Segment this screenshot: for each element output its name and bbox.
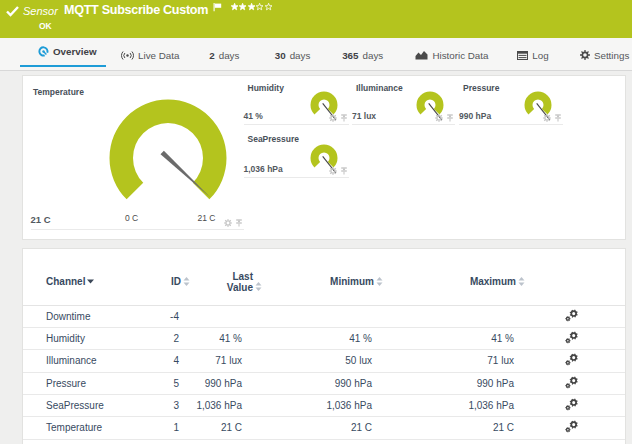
star-outline-icon[interactable] — [256, 3, 263, 11]
tab-2-days[interactable]: 2days — [209, 38, 239, 67]
header-minimum[interactable]: Minimum — [253, 249, 383, 305]
tab-label: Live Data — [138, 50, 179, 61]
cell-actions — [525, 305, 625, 327]
cell-maximum: 21 C — [383, 417, 525, 439]
table-row-seapressure[interactable]: SeaPressure 3 1,036 hPa 1,036 hPa 1,036 … — [23, 394, 625, 416]
sort-icon — [255, 282, 262, 292]
header-label: Value — [227, 282, 253, 293]
star-outline-icon[interactable] — [265, 3, 272, 11]
gauge-pin-icon[interactable] — [554, 114, 562, 122]
tab-overview[interactable]: Overview — [20, 38, 106, 67]
gauge-title: Temperature — [33, 87, 84, 97]
sensor-header-bar: Sensor MQTT Subscribe Custom OK — [0, 0, 632, 38]
gauge-pin-icon[interactable] — [340, 114, 348, 122]
cell-last-value: 1,036 hPa — [190, 394, 253, 416]
priority-stars[interactable] — [231, 3, 272, 11]
tab-label-number: 365 — [342, 50, 358, 61]
header-id[interactable]: ID — [150, 249, 190, 305]
tab-30-days[interactable]: 30days — [275, 38, 311, 67]
cell-actions — [525, 350, 625, 372]
cell-minimum: 21 C — [253, 417, 383, 439]
gauge-icon — [38, 46, 49, 57]
header-maximum[interactable]: Maximum — [383, 249, 525, 305]
gauge-block-seapressure: SeaPressure 1,036 hPa — [244, 132, 350, 178]
channel-settings-icon[interactable] — [565, 420, 579, 433]
tab-settings[interactable]: Settings — [580, 38, 629, 67]
gauge-pin-icon[interactable] — [340, 167, 348, 175]
gauge-pin-icon[interactable] — [235, 219, 243, 227]
table-header-row: Channel ID Last Value Minimum Maxi — [23, 249, 625, 305]
cell-minimum: 50 lux — [253, 350, 383, 372]
gauge-value: 41 % — [244, 111, 263, 121]
status-badge: OK — [39, 21, 52, 31]
gauge-actions — [435, 114, 454, 122]
gauge-block-illuminance: Illuminance 71 lux — [352, 81, 455, 125]
cell-maximum: 990 hPa — [383, 372, 525, 394]
gauge-gear-icon[interactable] — [329, 167, 337, 175]
flag-icon[interactable] — [213, 3, 222, 12]
tab-365-days[interactable]: 365days — [342, 38, 383, 67]
cell-actions — [525, 327, 625, 349]
cell-channel: Illuminance — [23, 350, 150, 372]
cell-id: 4 — [150, 350, 190, 372]
header-actions — [525, 249, 625, 305]
gauge-title: Illuminance — [356, 83, 403, 93]
table-row-humidity[interactable]: Humidity 2 41 % 41 % 41 % — [23, 327, 625, 349]
gauge-actions — [329, 114, 348, 122]
cell-last-value — [190, 305, 253, 327]
channel-settings-icon[interactable] — [565, 376, 579, 389]
object-type-label: Sensor — [23, 4, 58, 18]
gauge-gear-icon[interactable] — [329, 114, 337, 122]
gauge-block-humidity: Humidity 41 % — [244, 81, 350, 125]
cell-last-value: 990 hPa — [190, 372, 253, 394]
table-row-pressure[interactable]: Pressure 5 990 hPa 990 hPa 990 hPa — [23, 372, 625, 394]
tab-label: Historic Data — [432, 50, 488, 61]
tab-log[interactable]: Log — [517, 38, 548, 67]
gauge-gear-icon[interactable] — [224, 219, 232, 227]
table-row-downtime[interactable]: Downtime -4 — [23, 305, 625, 327]
cell-maximum: 41 % — [383, 327, 525, 349]
gauge-gear-icon[interactable] — [435, 114, 443, 122]
cell-channel: Humidity — [23, 327, 150, 349]
tab-label: Log — [532, 50, 548, 61]
gauge-actions — [224, 219, 243, 227]
tab-label-unit: days — [290, 50, 311, 61]
star-filled-icon[interactable] — [239, 3, 246, 11]
tab-label-number: 2 — [209, 50, 214, 61]
table-row-illuminance[interactable]: Illuminance 4 71 lux 50 lux 71 lux — [23, 350, 625, 372]
cell-minimum — [253, 305, 383, 327]
header-label: Last — [232, 271, 253, 282]
gauge-pin-icon[interactable] — [446, 114, 454, 122]
channel-settings-icon[interactable] — [565, 398, 579, 411]
area-chart-icon — [415, 50, 428, 60]
table-row-temperature[interactable]: Temperature 1 21 C 21 C 21 C — [23, 417, 625, 439]
star-filled-icon[interactable] — [231, 3, 238, 11]
tab-label-number: 30 — [275, 50, 286, 61]
gauge-title: Humidity — [248, 83, 284, 93]
gauge-value: 71 lux — [352, 111, 376, 121]
cell-minimum: 1,036 hPa — [253, 394, 383, 416]
cell-channel: Pressure — [23, 372, 150, 394]
tab-historic-data[interactable]: Historic Data — [415, 38, 488, 67]
cell-id: -4 — [150, 305, 190, 327]
channel-settings-icon[interactable] — [565, 353, 579, 366]
channel-settings-icon[interactable] — [565, 309, 579, 322]
header-label: Channel — [46, 276, 85, 287]
gauge-block-pressure: Pressure 990 hPa — [459, 81, 563, 125]
gauge-actions — [329, 167, 348, 175]
tab-live-data[interactable]: Live Data — [121, 38, 179, 67]
header-last-value[interactable]: Last Value — [190, 249, 253, 305]
channels-table: Channel ID Last Value Minimum Maxi — [23, 249, 625, 440]
cell-maximum — [383, 305, 525, 327]
tab-label-unit: days — [362, 50, 383, 61]
channel-settings-icon[interactable] — [565, 331, 579, 344]
cell-id: 1 — [150, 417, 190, 439]
cell-minimum: 990 hPa — [253, 372, 383, 394]
sort-desc-icon — [87, 279, 94, 284]
gauge-min-label: 0 C — [125, 213, 138, 223]
star-filled-icon[interactable] — [248, 3, 255, 11]
cell-id: 5 — [150, 372, 190, 394]
broadcast-icon — [121, 51, 134, 60]
gauge-gear-icon[interactable] — [543, 114, 551, 122]
header-channel[interactable]: Channel — [23, 249, 150, 305]
